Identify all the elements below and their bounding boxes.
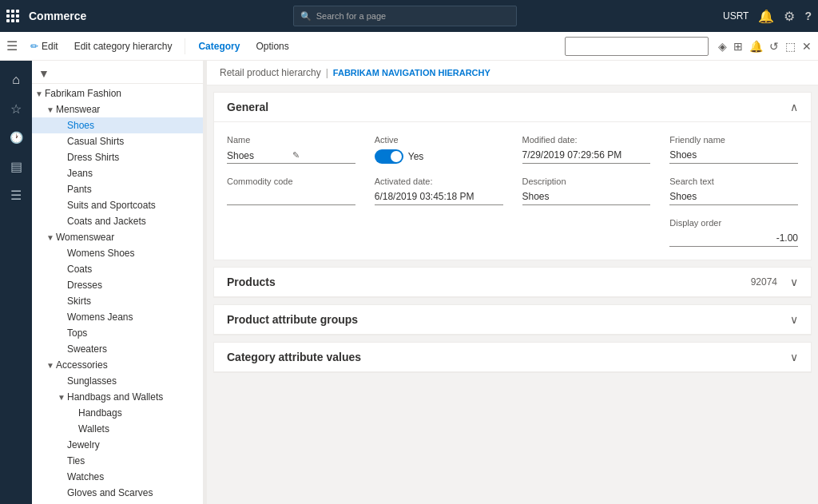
modified-date-value: 7/29/2019 07:29:56 PM (522, 148, 651, 164)
search-text-value: Shoes (669, 189, 798, 205)
main-content: ⌂ ☆ 🕐 ▤ ☰ ▼ ▼ Fabrikam Fashion▼ Menswear… (0, 61, 818, 504)
category-attribute-values-title: Category attribute values (227, 351, 361, 363)
refresh-icon[interactable]: ↺ (769, 40, 779, 53)
tree-item-watches[interactable]: Watches (32, 469, 203, 485)
name-field: Name Shoes ✎ (227, 135, 355, 164)
tree-item-fabrikam[interactable]: ▼ Fabrikam Fashion (32, 85, 203, 101)
tree-item-coats-jackets[interactable]: Coats and Jackets (32, 213, 203, 229)
tree-label-casual-shirts: Casual Shirts (67, 136, 200, 147)
tree-item-menswear[interactable]: ▼ Menswear (32, 101, 203, 117)
tree-item-dress-shirts[interactable]: Dress Shirts (32, 149, 203, 165)
edit-category-hierarchy-button[interactable]: Edit category hierarchy (68, 38, 179, 55)
notification-count-icon[interactable]: 🔔 (749, 40, 763, 53)
tree-container: ▼ Fabrikam Fashion▼ MenswearShoesCasual … (32, 85, 203, 504)
bell-icon[interactable]: 🔔 (758, 9, 774, 24)
products-expand-icon: ∨ (790, 276, 798, 288)
tree-item-accessories[interactable]: ▼ Accessories (32, 357, 203, 373)
workspaces-icon[interactable]: ▤ (3, 153, 29, 179)
tree-label-tops: Tops (67, 327, 200, 339)
gear-icon[interactable]: ⚙ (784, 9, 795, 24)
products-section-header[interactable]: Products 92074 ∨ (214, 268, 811, 297)
help-icon[interactable]: ? (804, 10, 812, 22)
tree-label-sunglasses: Sunglasses (67, 375, 200, 387)
category-button[interactable]: Category (192, 38, 246, 55)
app-grid-icon[interactable] (6, 10, 19, 22)
search-placeholder: Search for a page (316, 11, 386, 21)
toolbar-separator (185, 38, 185, 54)
edit-button[interactable]: ✏ Edit (24, 38, 65, 55)
general-section-title: General (227, 101, 268, 113)
filter-icon[interactable]: ▼ (38, 67, 50, 80)
view-icon[interactable]: ◈ (718, 40, 727, 53)
tree-label-coats-jackets: Coats and Jackets (67, 216, 200, 227)
breadcrumb-current: FABRIKAM NAVIGATION HIERARCHY (333, 68, 490, 77)
active-toggle[interactable] (375, 149, 403, 164)
display-order-value: -1.00 (669, 231, 798, 247)
general-section: General ∧ Name Shoes ✎ Active (213, 92, 812, 260)
breadcrumb-separator: | (326, 67, 328, 78)
tree-item-womens-jeans[interactable]: Womens Jeans (32, 309, 203, 325)
category-attribute-values-section: Category attribute values ∨ (213, 342, 812, 373)
tree-item-hats[interactable]: Hats (32, 501, 203, 504)
product-attribute-groups-header[interactable]: Product attribute groups ∨ (214, 305, 811, 335)
tree-item-wallets[interactable]: Wallets (32, 421, 203, 437)
tree-item-pants[interactable]: Pants (32, 181, 203, 197)
tree-item-handbags[interactable]: Handbags (32, 405, 203, 421)
open-new-icon[interactable]: ⬚ (785, 40, 796, 53)
description-field: Description Shoes (522, 177, 651, 205)
modified-date-label: Modified date: (522, 135, 651, 145)
tree-toolbar: ▼ (32, 64, 203, 84)
display-order-label: Display order (669, 218, 798, 228)
general-section-header[interactable]: General ∧ (214, 93, 811, 122)
recent-icon[interactable]: 🕐 (3, 125, 29, 150)
tree-item-handbags-wallets[interactable]: ▼ Handbags and Wallets (32, 389, 203, 405)
tree-item-ties[interactable]: Ties (32, 453, 203, 469)
tree-label-fabrikam: Fabrikam Fashion (45, 88, 200, 99)
product-attribute-groups-title: Product attribute groups (227, 313, 358, 326)
toolbar-search-input[interactable] (565, 37, 709, 56)
modules-icon[interactable]: ☰ (3, 182, 29, 208)
display-order-field: Display order -1.00 (669, 218, 798, 247)
tree-arrow-accessories: ▼ (46, 361, 56, 370)
tree-item-coats[interactable]: Coats (32, 261, 203, 277)
tree-label-jeans: Jeans (67, 168, 200, 179)
description-label: Description (522, 177, 651, 186)
tree-item-dresses[interactable]: Dresses (32, 277, 203, 293)
tree-item-suits-sportcoats[interactable]: Suits and Sportcoats (32, 197, 203, 213)
commodity-code-field: Commodity code (227, 177, 355, 205)
tree-item-tops[interactable]: Tops (32, 325, 203, 341)
tree-item-womenswear[interactable]: ▼ Womenswear (32, 229, 203, 245)
top-bar-right: USRT 🔔 ⚙ ? (723, 9, 812, 24)
search-text-label: Search text (669, 177, 798, 186)
favorites-icon[interactable]: ☆ (3, 96, 29, 121)
commodity-code-value (227, 189, 355, 205)
tree-label-skirts: Skirts (67, 296, 200, 307)
hamburger-icon[interactable]: ☰ (6, 38, 18, 54)
category-attribute-values-header[interactable]: Category attribute values ∨ (214, 343, 811, 372)
tree-item-jeans[interactable]: Jeans (32, 165, 203, 181)
tree-item-casual-shirts[interactable]: Casual Shirts (32, 133, 203, 149)
tree-label-dress-shirts: Dress Shirts (67, 152, 200, 163)
global-search[interactable]: 🔍 Search for a page (293, 6, 517, 26)
name-value: Shoes ✎ (227, 148, 355, 164)
tree-item-jewelry[interactable]: Jewelry (32, 437, 203, 453)
name-edit-icon[interactable]: ✎ (292, 150, 355, 161)
options-button[interactable]: Options (249, 38, 295, 55)
tree-item-womens-shoes[interactable]: Womens Shoes (32, 245, 203, 261)
tree-item-sunglasses[interactable]: Sunglasses (32, 373, 203, 389)
tree-item-sweaters[interactable]: Sweaters (32, 341, 203, 357)
tree-label-dresses: Dresses (67, 280, 200, 291)
tree-item-shoes[interactable]: Shoes (32, 117, 203, 133)
side-nav-icons: ⌂ ☆ 🕐 ▤ ☰ (0, 61, 32, 504)
user-label: USRT (723, 10, 749, 22)
home-icon[interactable]: ⌂ (3, 67, 29, 93)
name-label: Name (227, 135, 355, 145)
tree-item-gloves-scarves[interactable]: Gloves and Scarves (32, 485, 203, 501)
close-icon[interactable]: ✕ (802, 40, 812, 53)
general-section-body: Name Shoes ✎ Active Yes (214, 122, 811, 260)
detail-panel: Retail product hierarchy | FABRIKAM NAVI… (207, 61, 818, 504)
tree-item-skirts[interactable]: Skirts (32, 293, 203, 309)
active-toggle-wrap: Yes (375, 149, 503, 164)
products-section: Products 92074 ∨ (213, 267, 812, 298)
office-icon[interactable]: ⊞ (733, 40, 743, 53)
